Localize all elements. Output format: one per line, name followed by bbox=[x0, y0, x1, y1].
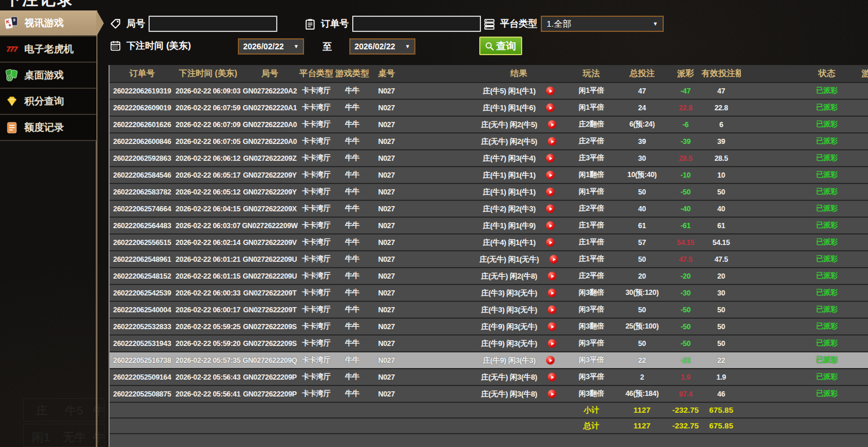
cell-round: GN0272622209Y bbox=[241, 167, 298, 183]
cell-play-type: 闲3平倍 bbox=[568, 335, 614, 352]
cell-game-extra bbox=[856, 284, 868, 301]
date-from-picker[interactable]: 2026/02/22 ▼ bbox=[238, 38, 304, 55]
sidebar-item-video-games[interactable]: 9 K 视讯游戏 bbox=[0, 10, 96, 37]
cell-spacer bbox=[741, 167, 798, 183]
cell-payout: 47.5 bbox=[670, 251, 701, 268]
play-video-button[interactable] bbox=[549, 255, 558, 264]
play-video-button[interactable] bbox=[548, 390, 556, 398]
table-row[interactable]: 2602220625425392026-02-22 06:00:33GN0272… bbox=[110, 284, 868, 301]
play-video-button[interactable] bbox=[548, 373, 556, 381]
cell-game: 牛牛 bbox=[334, 385, 370, 402]
table-row[interactable]: 2602220626090192026-02-22 06:07:59GN0272… bbox=[110, 99, 868, 116]
play-video-button[interactable] bbox=[546, 204, 555, 213]
cell-time: 2026-02-22 06:06:12 bbox=[175, 150, 241, 167]
cell-result: 庄(牛1) 闲1(牛1) bbox=[403, 167, 568, 183]
play-video-button[interactable] bbox=[546, 171, 555, 179]
cell-spacer bbox=[741, 82, 798, 99]
table-row[interactable]: 2602220525328332026-02-22 05:59:25GN0272… bbox=[110, 318, 868, 335]
table-row[interactable]: 2602220625481522026-02-22 06:01:15GN0272… bbox=[110, 268, 868, 284]
play-video-button[interactable] bbox=[546, 238, 555, 247]
cell-table-no: N027 bbox=[370, 369, 403, 385]
cell-table-no: N027 bbox=[370, 234, 403, 251]
cell-valid-bet: 47 bbox=[701, 82, 741, 99]
table-row[interactable]: 2602220625845462026-02-22 06:05:17GN0272… bbox=[110, 167, 868, 183]
cell-table-no: N027 bbox=[370, 167, 403, 183]
order-input[interactable] bbox=[352, 16, 481, 32]
sidebar-item-slots[interactable]: 777 电子老虎机 bbox=[0, 37, 96, 63]
sidebar: 9 K 视讯游戏 777 电子老虎机 桌面游戏 bbox=[0, 10, 96, 141]
cell-payout: -50 bbox=[670, 301, 701, 318]
result-text: 庄(牛3) 闲3(无牛) bbox=[481, 305, 537, 315]
cell-play-type: 闲1平倍 bbox=[568, 99, 614, 116]
col-round: 局号 bbox=[241, 65, 298, 82]
play-video-button[interactable] bbox=[548, 120, 556, 129]
table-row[interactable]: 2602220625489612026-02-22 06:01:21GN0272… bbox=[110, 251, 868, 268]
cell-play-type: 庄2翻倍 bbox=[568, 116, 614, 133]
play-video-button[interactable] bbox=[546, 221, 555, 230]
cell-spacer bbox=[741, 133, 798, 150]
sidebar-item-table-games[interactable]: 桌面游戏 bbox=[0, 63, 96, 89]
cell-time: 2026-02-22 06:02:14 bbox=[175, 234, 241, 251]
play-video-button[interactable] bbox=[548, 322, 556, 331]
table-row[interactable]: 2602220525091642026-02-22 05:56:43GN0272… bbox=[110, 369, 868, 385]
cell-play-type: 庄3平倍 bbox=[568, 150, 614, 167]
search-button[interactable]: 查询 bbox=[479, 37, 522, 55]
cell-status: 已派彩 bbox=[798, 318, 856, 335]
sidebar-item-label: 桌面游戏 bbox=[24, 69, 64, 82]
chevron-down-icon: ▼ bbox=[653, 21, 658, 27]
play-video-button[interactable] bbox=[548, 305, 556, 314]
cell-platform: 卡卡湾厅 bbox=[298, 234, 334, 251]
play-video-button[interactable] bbox=[548, 137, 556, 146]
table-row[interactable]: 2602220626193192026-02-22 06:09:03GN0272… bbox=[110, 82, 868, 99]
play-video-button[interactable] bbox=[546, 356, 555, 365]
cell-payout: -50 bbox=[670, 318, 701, 335]
cell-game: 牛牛 bbox=[334, 234, 370, 251]
cell-game-extra bbox=[856, 133, 868, 150]
play-video-button[interactable] bbox=[546, 103, 555, 112]
table-row[interactable]: 2602220625644832026-02-22 06:03:07GN0272… bbox=[110, 217, 868, 234]
cell-order: 260222062574664 bbox=[110, 200, 175, 217]
table-row[interactable]: 2602220625837822026-02-22 06:05:12GN0272… bbox=[110, 183, 868, 200]
cell-payout: -40 bbox=[670, 200, 701, 217]
platform-select[interactable]: 1.全部 ▼ bbox=[541, 16, 664, 32]
result-text: 庄(无牛) 闲3(牛8) bbox=[481, 372, 537, 383]
cell-result: 庄(无牛) 闲3(牛8) bbox=[403, 385, 568, 402]
cell-game-extra bbox=[856, 99, 868, 116]
cell-result: 庄(牛1) 闲1(牛1) bbox=[403, 183, 568, 200]
play-video-button[interactable] bbox=[548, 339, 556, 348]
date-to-picker[interactable]: 2026/02/22 ▼ bbox=[349, 38, 415, 55]
table-row[interactable]: 2602220625746642026-02-22 06:04:15GN0272… bbox=[110, 200, 868, 217]
cell-table-no: N027 bbox=[370, 251, 403, 268]
table-row[interactable]: 2602220525319432026-02-22 05:59:20GN0272… bbox=[110, 335, 868, 352]
cell-table-no: N027 bbox=[370, 284, 403, 301]
table-row[interactable]: 2602220625565152026-02-22 06:02:14GN0272… bbox=[110, 234, 868, 251]
sidebar-item-points[interactable]: 积分查询 bbox=[0, 89, 96, 115]
cell-payout: -47 bbox=[670, 82, 701, 99]
table-row[interactable]: 2602220625400042026-02-22 06:00:17GN0272… bbox=[110, 301, 868, 318]
table-row[interactable]: 2602220625928632026-02-22 06:06:12GN0272… bbox=[110, 150, 868, 167]
grand-total-total-bet: 1127 bbox=[614, 418, 670, 434]
round-filter-group: 局号 bbox=[108, 16, 277, 32]
cell-time: 2026-02-22 06:00:17 bbox=[175, 301, 241, 318]
cell-order: 260222062548152 bbox=[110, 268, 175, 284]
cell-table-no: N027 bbox=[370, 268, 403, 284]
sidebar-item-quota-records[interactable]: 额度记录 bbox=[0, 115, 96, 141]
round-input[interactable] bbox=[149, 16, 277, 32]
cell-game-extra bbox=[856, 217, 868, 234]
table-row[interactable]: 2602220626008462026-02-22 06:07:05GN0272… bbox=[110, 133, 868, 150]
table-row[interactable]: 2602220626016262026-02-22 06:07:09GN0272… bbox=[110, 116, 868, 133]
table-row[interactable]: 2602220525167382026-02-22 05:57:35GN0272… bbox=[110, 352, 868, 369]
play-video-button[interactable] bbox=[548, 289, 556, 297]
cell-table-no: N027 bbox=[370, 385, 403, 402]
cell-total-bet: 22 bbox=[614, 352, 670, 369]
play-video-button[interactable] bbox=[546, 188, 555, 196]
grand-total-label: 总计 bbox=[568, 418, 614, 434]
clipboard-icon bbox=[302, 17, 317, 31]
play-video-button[interactable] bbox=[548, 272, 556, 280]
cell-time: 2026-02-22 06:00:33 bbox=[175, 284, 241, 301]
play-video-button[interactable] bbox=[546, 154, 555, 163]
table-row[interactable]: 2602220525088752026-02-22 05:56:41GN0272… bbox=[110, 385, 868, 402]
cell-play-type: 庄2平倍 bbox=[568, 268, 614, 284]
play-video-button[interactable] bbox=[546, 86, 555, 95]
cell-status: 已派彩 bbox=[798, 251, 856, 268]
